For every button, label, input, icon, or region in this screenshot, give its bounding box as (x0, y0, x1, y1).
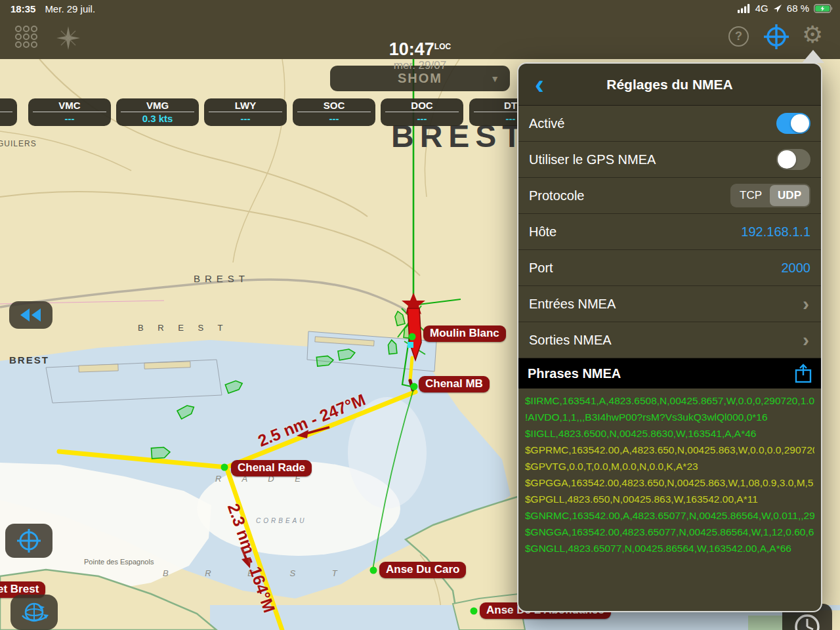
port-label: Port (529, 261, 553, 276)
protocol-option-tcp[interactable]: TCP (732, 185, 770, 206)
waypoint-badge-chenal-rade[interactable]: Chenal Rade (231, 460, 312, 476)
row-host[interactable]: Hôte 192.168.1.1 (518, 214, 821, 250)
host-value[interactable]: 192.168.1.1 (741, 224, 810, 240)
app-root: GUILERS BREST BREST B R E S T BREST R A … (0, 0, 840, 630)
status-date: Mer. 29 juil. (45, 3, 95, 14)
status-bar: 18:35 Mer. 29 juil. 4G 68 % (0, 0, 840, 18)
chart-source-value: SHOM (398, 71, 442, 86)
back-chevron-icon: ‹ (535, 73, 544, 96)
instrument-value: --- (28, 112, 111, 125)
nmea-sentence: $IIRMC,163541,A,4823.6508,N,00425.8657,W… (525, 392, 814, 409)
map-label-guilers: GUILERS (0, 139, 37, 148)
panel-header: ‹ Réglages du NMEA (518, 64, 821, 106)
instrument-box-vmc[interactable]: VMC --- (28, 98, 111, 126)
instrument-value: --- (293, 112, 375, 125)
waypoint-badge-anse-du-caro[interactable]: Anse Du Caro (379, 562, 466, 578)
share-icon[interactable] (795, 364, 812, 383)
nmea-sentence: $GPVTG,0.0,T,0.0,M,0.0,N,0.0,K,A*23 (525, 458, 814, 474)
nmea-sentence: $GPRMC,163542.00,A,4823.650,N,00425.863,… (525, 442, 814, 458)
map-label-pointe-espagnols: Pointe des Espagnols (84, 558, 154, 566)
settings-button[interactable]: ⚙ (802, 23, 823, 47)
cellular-signal-icon (738, 4, 751, 13)
center-position-button[interactable] (5, 524, 52, 558)
waypoint-badge-chenal-mb[interactable]: Chenal MB (419, 376, 490, 392)
gps-center-button[interactable] (763, 23, 790, 51)
clock-time: 10:47 (389, 39, 434, 59)
instrument-label: SOC (293, 98, 375, 112)
status-time: 18:35 (10, 3, 35, 14)
protocol-segmented-control: TCP UDP (730, 184, 810, 207)
row-port[interactable]: Port 2000 (518, 250, 821, 286)
instrument-value: --- (381, 112, 463, 125)
protocol-label: Protocole (529, 188, 585, 203)
star-compass-icon (55, 25, 81, 51)
globe-view-button[interactable] (10, 595, 58, 630)
clock-display: 10:47LOC mer. 29/07 (354, 38, 486, 72)
crosshair-target-icon (16, 528, 42, 554)
port-value[interactable]: 2000 (782, 261, 811, 276)
map-label-brest: BREST (194, 273, 249, 284)
back-button[interactable]: ‹ (528, 72, 551, 98)
instrument-label: VMG (116, 98, 199, 112)
nmea-sentence: $GNGGA,163542.00,4823.65077,N,00425.8656… (525, 524, 814, 540)
instrument-value: 0.3 kts (116, 112, 199, 125)
network-type: 4G (755, 3, 768, 14)
panel-title: Réglages du NMEA (606, 77, 733, 93)
instrument-box-soc[interactable]: SOC --- (293, 98, 375, 126)
nmea-sentence: !AIVDO,1,1,,,B3I4hwP00?rsM?Vs3ukQ3wlQl00… (525, 409, 814, 425)
use-gps-toggle[interactable] (776, 149, 810, 170)
instrument-label: DOC (381, 98, 463, 112)
nmea-enabled-toggle[interactable] (776, 113, 810, 134)
clock-zone: LOC (434, 42, 451, 51)
instrument-box-partial[interactable] (0, 98, 17, 126)
rewind-icon (19, 307, 43, 323)
battery-charging-icon (814, 4, 833, 13)
map-label-corbeau: CORBEAU (256, 517, 306, 524)
nmea-sentences-title: Phrases NMEA (528, 366, 621, 381)
top-bar: 18:35 Mer. 29 juil. 4G 68 % (0, 0, 840, 59)
instrument-label: VMC (28, 98, 111, 112)
nmea-sentence: $GNRMC,163542.00,A,4823.65077,N,00425.86… (525, 507, 814, 524)
toggle-knob (778, 150, 796, 169)
chevron-right-icon: › (803, 333, 809, 346)
nmea-sentence: $IIGLL,4823.6500,N,00425.8630,W,163541,A… (525, 425, 814, 442)
instrument-box-vmg[interactable]: VMG 0.3 kts (116, 98, 199, 126)
apps-grid-button[interactable] (14, 25, 38, 49)
nmea-inputs-label: Entrées NMEA (529, 297, 616, 312)
map-label-brest-2: B R E S T (138, 323, 229, 333)
use-gps-label: Utiliser le GPS NMEA (529, 152, 656, 167)
nmea-settings-panel: ‹ Réglages du NMEA Activé Utiliser le GP… (517, 62, 822, 612)
row-use-gps: Utiliser le GPS NMEA (518, 142, 821, 178)
nmea-sentences-header: Phrases NMEA (518, 358, 821, 388)
help-icon: ? (735, 30, 742, 43)
grid-dots-icon (14, 25, 38, 49)
row-nmea-enabled: Activé (518, 106, 821, 142)
battery-percent: 68 % (787, 3, 809, 14)
nmea-outputs-label: Sorties NMEA (529, 333, 612, 348)
instrument-box-doc[interactable]: DOC --- (381, 98, 463, 126)
compass-star-button[interactable] (55, 25, 81, 51)
help-button[interactable]: ? (728, 26, 749, 47)
gear-icon: ⚙ (802, 23, 823, 47)
protocol-option-udp[interactable]: UDP (770, 185, 809, 206)
replay-rewind-button[interactable] (9, 301, 52, 329)
nmea-enabled-label: Activé (529, 116, 564, 131)
instrument-value: --- (204, 112, 287, 125)
chevron-down-icon: ▼ (490, 74, 499, 84)
instrument-label: LWY (204, 98, 287, 112)
nmea-sentences-list[interactable]: $IIRMC,163541,A,4823.6508,N,00425.8657,W… (518, 388, 821, 556)
nmea-sentence: $GNGLL,4823.65077,N,00425.86564,W,163542… (525, 540, 814, 556)
chevron-right-icon: › (803, 297, 809, 310)
clock-date: mer. 29/07 (354, 59, 486, 72)
row-nmea-inputs[interactable]: Entrées NMEA › (518, 286, 821, 322)
host-label: Hôte (529, 224, 556, 240)
nmea-sentence: $GPGGA,163542.00,4823.650,N,00425.863,W,… (525, 474, 814, 491)
instrument-box-lwy[interactable]: LWY --- (204, 98, 287, 126)
toggle-knob (791, 114, 809, 133)
gps-target-icon (763, 23, 790, 51)
map-label-brest-left: BREST (9, 354, 49, 366)
waypoint-badge-moulin-blanc[interactable]: Moulin Blanc (423, 326, 506, 342)
nmea-sentence: $GPGLL,4823.650,N,00425.863,W,163542.00,… (525, 491, 814, 507)
globe-icon (20, 598, 49, 626)
row-nmea-outputs[interactable]: Sorties NMEA › (518, 322, 821, 358)
